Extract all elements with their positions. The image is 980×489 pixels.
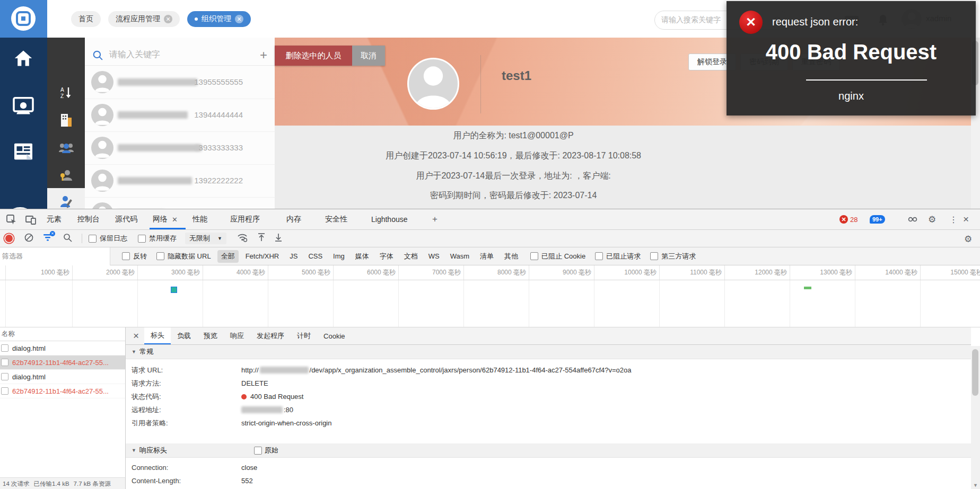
monitor-user-icon[interactable]	[13, 97, 34, 118]
type-filter-css[interactable]: CSS	[304, 251, 326, 262]
scrollbar-thumb[interactable]	[972, 349, 978, 396]
tab-memory[interactable]: 内存	[286, 209, 301, 229]
company-icon[interactable]	[47, 106, 85, 134]
news-icon[interactable]	[13, 143, 33, 163]
add-tab-button[interactable]: +	[432, 209, 438, 229]
invert-checkbox[interactable]: 反转	[122, 252, 147, 261]
timeline-overview[interactable]	[0, 280, 980, 327]
filter-icon[interactable]: ✕	[43, 234, 52, 244]
tab-initiator[interactable]: 发起程序	[250, 327, 291, 344]
add-person-button[interactable]: +	[260, 48, 267, 63]
tab-lighthouse[interactable]: Lighthouse	[371, 209, 408, 229]
import-har-icon[interactable]	[257, 233, 266, 244]
clear-icon[interactable]	[24, 233, 33, 244]
request-marker[interactable]	[171, 287, 177, 293]
search-icon[interactable]	[63, 233, 72, 244]
settings-gear-icon[interactable]: ⚙	[964, 234, 972, 245]
tab-application[interactable]: 应用程序	[230, 209, 260, 229]
devtools-close-icon[interactable]: ×	[963, 214, 969, 225]
app-logo[interactable]	[0, 0, 47, 38]
request-marker[interactable]	[804, 287, 811, 289]
record-icon[interactable]	[5, 235, 13, 242]
detail-avatar	[407, 58, 459, 110]
third-party-checkbox[interactable]: 第三方请求	[650, 252, 696, 261]
device-toolbar-icon[interactable]	[25, 215, 36, 227]
type-filter-all[interactable]: 全部	[217, 250, 239, 263]
type-filter-media[interactable]: 媒体	[352, 250, 373, 263]
request-row[interactable]: dialog.html	[0, 341, 125, 355]
blocked-request-checkbox[interactable]: 已阻止请求	[595, 252, 641, 261]
home-icon[interactable]	[14, 49, 33, 69]
settings-gear-icon[interactable]: ⚙	[928, 214, 936, 225]
toast-title: request json error:	[772, 16, 858, 28]
request-row-selected[interactable]: 62b74912-11b1-4f64-ac27-55...	[0, 355, 125, 370]
toast-status: 400 Bad Request	[727, 40, 976, 64]
column-header-name[interactable]: 名称	[0, 327, 125, 341]
error-badge-icon: ✕	[839, 215, 848, 224]
tab-payload[interactable]: 负载	[171, 327, 197, 344]
cancel-button[interactable]: 取消	[352, 46, 385, 66]
tab-headers[interactable]: 标头	[144, 327, 171, 344]
timeline-ruler[interactable]: 1000 毫秒 2000 毫秒 3000 毫秒 4000 毫秒 5000 毫秒 …	[0, 265, 980, 280]
network-conditions-icon[interactable]	[237, 233, 248, 244]
type-filter-img[interactable]: Img	[329, 251, 348, 262]
preserve-log-checkbox[interactable]: 保留日志	[89, 234, 127, 243]
tab-timing[interactable]: 计时	[291, 327, 317, 344]
delete-selected-button[interactable]: 删除选中的人员	[275, 46, 352, 66]
message-count-badge[interactable]: 99+	[870, 214, 885, 225]
close-icon[interactable]: ✕	[164, 15, 172, 23]
type-filter-js[interactable]: JS	[286, 251, 301, 262]
inspect-icon[interactable]	[6, 215, 16, 227]
close-detail-icon[interactable]: ×	[133, 330, 139, 342]
tab-network[interactable]: 网络 ✕	[153, 209, 178, 229]
tab-elements[interactable]: 元素	[47, 209, 62, 229]
kebab-menu-icon[interactable]: ⋮	[949, 215, 958, 225]
crumb-process-app[interactable]: 流程应用管理 ✕	[108, 11, 180, 27]
type-filter-ws[interactable]: WS	[425, 251, 443, 262]
section-general[interactable]: ▼ 常规	[126, 345, 971, 359]
error-count-badge[interactable]: ✕ 28	[839, 214, 858, 225]
throttling-select[interactable]: 无限制▼	[185, 233, 226, 244]
file-icon	[1, 387, 8, 395]
blocked-cookie-checkbox[interactable]: 已阻止 Cookie	[530, 252, 585, 261]
tab-security[interactable]: 安全性	[325, 209, 347, 229]
close-icon[interactable]: ✕	[172, 216, 178, 224]
group-icon[interactable]	[47, 134, 85, 162]
tab-preview[interactable]: 预览	[197, 327, 224, 344]
raw-checkbox[interactable]: 原始	[254, 446, 278, 455]
disable-cache-checkbox[interactable]: 禁用缓存	[138, 234, 177, 243]
filter-input[interactable]: 筛选器	[0, 247, 110, 265]
type-filter-other[interactable]: 其他	[501, 250, 522, 263]
user-role-icon[interactable]	[47, 162, 85, 189]
redacted-host	[260, 367, 309, 374]
tab-cookies[interactable]: Cookie	[317, 327, 351, 344]
person-row[interactable]: 13955555555	[85, 66, 275, 99]
scroll-down-arrow-icon[interactable]: ▼	[971, 481, 980, 489]
person-row[interactable]: 3933333333	[85, 131, 275, 165]
type-filter-font[interactable]: 字体	[376, 250, 397, 263]
type-filter-xhr[interactable]: Fetch/XHR	[242, 251, 283, 262]
tab-sources[interactable]: 源代码	[115, 209, 137, 229]
tab-console[interactable]: 控制台	[77, 209, 100, 229]
tab-performance[interactable]: 性能	[192, 209, 207, 229]
type-filter-doc[interactable]: 文档	[400, 250, 422, 263]
type-filter-manifest[interactable]: 清单	[476, 250, 497, 263]
sort-az-icon[interactable]: AZ	[47, 79, 85, 106]
person-row[interactable]: 13944444444	[85, 99, 275, 132]
tab-response[interactable]: 响应	[224, 327, 250, 344]
devtools-scrollbar[interactable]: ▼	[971, 346, 980, 489]
hide-data-url-checkbox[interactable]: 隐藏数据 URL	[156, 252, 211, 261]
type-filter-wasm[interactable]: Wasm	[447, 251, 473, 262]
issues-icon[interactable]	[908, 215, 917, 226]
export-har-icon[interactable]	[274, 233, 283, 244]
section-response-headers[interactable]: ▼ 响应标头 原始	[126, 443, 971, 458]
crumb-org-management[interactable]: 组织管理 ✕	[187, 11, 251, 27]
people-search-input[interactable]: 请输入关键字 +	[85, 45, 275, 66]
request-row[interactable]: 62b74912-11b1-4f64-ac27-55...	[0, 384, 125, 398]
person-info-area: 用户的全称为: test1@00001@P 用户创建于2023-07-14 10…	[275, 126, 971, 209]
crumb-home[interactable]: 首页	[71, 11, 101, 27]
close-icon[interactable]: ✕	[235, 15, 243, 23]
error-toast[interactable]: ✕ request json error: 400 Bad Request ng…	[727, 1, 976, 115]
request-row[interactable]: dialog.html	[0, 370, 125, 384]
person-row[interactable]: 13922222222	[85, 164, 275, 198]
